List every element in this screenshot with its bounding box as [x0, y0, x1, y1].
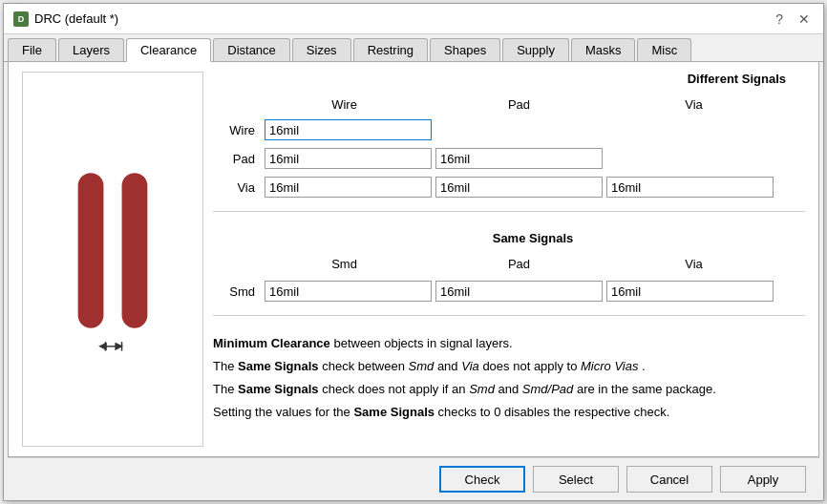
ss-smd-row: Smd: [213, 281, 805, 302]
dialog-title: DRC (default *): [34, 11, 118, 26]
info-l2-post: does not apply to: [482, 359, 581, 373]
ss-col-headers: Smd Pad Via: [261, 257, 805, 271]
ds-pad-row: Pad: [213, 148, 805, 169]
tab-content: Different Signals Wire Pad Via Wire Pad: [8, 62, 819, 457]
info-l2-mid: check between: [322, 359, 408, 373]
ds-via-label: Via: [213, 180, 261, 195]
title-bar: D DRC (default *) ? ✕: [4, 4, 823, 34]
same-signals-title: Same Signals: [261, 231, 805, 245]
ds-via-via-input[interactable]: [606, 177, 774, 198]
app-icon: D: [13, 11, 29, 27]
info-l3-post: are in the same package.: [577, 382, 716, 396]
tab-layers[interactable]: Layers: [58, 38, 124, 61]
info-l2-micro: Micro Vias: [581, 359, 638, 373]
ss-smd-smd-input[interactable]: [265, 281, 432, 302]
ds-via-header: Via: [610, 97, 777, 112]
info-section: Minimum Clearance between objects in sig…: [213, 329, 805, 429]
info-l2-smd: Smd: [409, 359, 435, 373]
ds-pad-pad-input[interactable]: [435, 148, 603, 169]
info-l4-pre: Setting the values for the: [213, 405, 353, 419]
diagram-svg: [36, 155, 189, 365]
ss-smd-label: Smd: [213, 284, 261, 299]
ss-smd-header: Smd: [261, 257, 428, 271]
ds-wire-row: Wire: [213, 119, 805, 140]
help-button[interactable]: ?: [772, 10, 787, 29]
svg-rect-1: [122, 173, 148, 328]
tab-misc[interactable]: Misc: [637, 38, 691, 61]
ds-wire-wire-input[interactable]: [265, 119, 432, 140]
tab-clearance[interactable]: Clearance: [126, 38, 211, 62]
ss-smd-via-input[interactable]: [606, 281, 774, 302]
info-l3-mid: check does not apply if an: [322, 382, 469, 396]
check-button[interactable]: Check: [439, 466, 525, 493]
tab-sizes[interactable]: Sizes: [292, 38, 351, 61]
info-l3-and: and: [498, 382, 521, 396]
cancel-button[interactable]: Cancel: [626, 466, 712, 493]
clearance-diagram: [22, 72, 203, 447]
info-line1-bold: Minimum Clearance: [213, 336, 330, 350]
close-button[interactable]: ✕: [795, 10, 814, 29]
info-l3-smd: Smd: [469, 382, 495, 396]
ss-via-header: Via: [610, 257, 777, 271]
different-signals-title: Different Signals: [213, 72, 805, 86]
footer: Check Select Cancel Apply: [8, 457, 819, 500]
info-l2-end: .: [642, 359, 646, 373]
info-l4-post: checks to 0 disables the respective chec…: [438, 405, 670, 419]
title-bar-right: ? ✕: [772, 10, 814, 29]
title-bar-left: D DRC (default *): [13, 11, 118, 27]
info-l2-via: Via: [461, 359, 479, 373]
apply-button[interactable]: Apply: [720, 466, 806, 493]
select-button[interactable]: Select: [533, 466, 619, 493]
form-area: Different Signals Wire Pad Via Wire Pad: [213, 72, 805, 447]
info-l3-smdpad: Smd/Pad: [522, 382, 573, 396]
ds-pad-wire-input[interactable]: [265, 148, 432, 169]
info-l3-bold: Same Signals: [238, 382, 319, 396]
info-l4-bold: Same Signals: [353, 405, 435, 419]
tab-masks[interactable]: Masks: [571, 38, 636, 61]
section-divider: [213, 211, 805, 212]
info-line2: The Same Signals check between Smd and V…: [213, 356, 805, 377]
ds-pad-label: Pad: [213, 152, 261, 166]
main-area: Different Signals Wire Pad Via Wire Pad: [22, 72, 805, 447]
ss-smd-pad-input[interactable]: [435, 281, 603, 302]
ds-wire-label: Wire: [213, 123, 261, 137]
info-l2-pre: The: [213, 359, 238, 373]
svg-rect-0: [78, 173, 104, 328]
tab-shapes[interactable]: Shapes: [430, 38, 500, 61]
dialog: D DRC (default *) ? ✕ File Layers Cleara…: [3, 3, 824, 501]
info-line1: Minimum Clearance between objects in sig…: [213, 333, 805, 354]
ds-via-pad-input[interactable]: [435, 177, 603, 198]
ds-wire-header: Wire: [261, 97, 428, 112]
tab-restring[interactable]: Restring: [353, 38, 428, 61]
info-line4: Setting the values for the Same Signals …: [213, 402, 805, 423]
info-l3-pre: The: [213, 382, 238, 396]
info-line1-rest: between objects in signal layers.: [333, 336, 512, 350]
info-l2-bold: Same Signals: [238, 359, 319, 373]
tab-file[interactable]: File: [8, 38, 56, 61]
tab-bar: File Layers Clearance Distance Sizes Res…: [4, 34, 823, 62]
tab-supply[interactable]: Supply: [502, 38, 569, 61]
ss-pad-header: Pad: [435, 257, 603, 271]
tab-distance[interactable]: Distance: [213, 38, 290, 61]
ds-col-headers: Wire Pad Via: [261, 97, 805, 112]
ds-via-wire-input[interactable]: [265, 177, 432, 198]
info-l2-and: and: [437, 359, 461, 373]
info-divider: [213, 315, 805, 316]
ds-via-row: Via: [213, 177, 805, 198]
info-line3: The Same Signals check does not apply if…: [213, 379, 805, 400]
ds-pad-header: Pad: [435, 97, 603, 112]
